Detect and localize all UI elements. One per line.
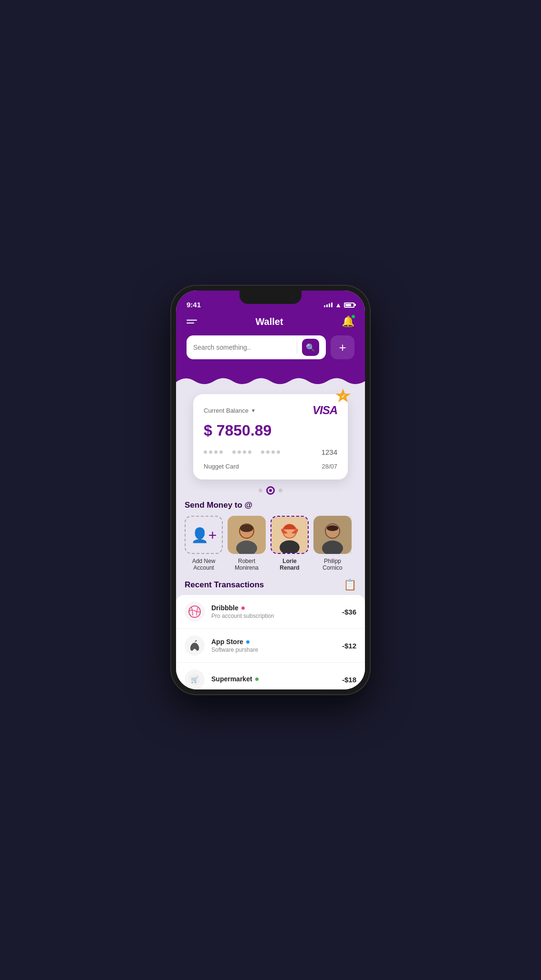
dot-group-2	[232, 450, 251, 454]
transactions-title: Recent Transactions	[185, 580, 264, 590]
card-indicator-1[interactable]	[259, 489, 262, 492]
contact-robert[interactable]: RobertMonirena	[228, 516, 266, 571]
card-number-dots: 1234	[204, 448, 337, 456]
phone-screen: 9:41 ▲ Wallet 🔔	[176, 291, 365, 689]
appstore-name: App Store	[211, 638, 335, 646]
status-time: 9:41	[187, 301, 201, 309]
philipp-avatar	[313, 516, 352, 554]
add-contact-box: 👤+	[185, 516, 223, 554]
balance-label: Current Balance ▼	[204, 407, 256, 414]
supermarket-amount: -$18	[342, 676, 356, 684]
search-bar[interactable]: 🔍	[187, 335, 326, 359]
main-content: ✓ Current Balance ▼ VISA $ 7850.89	[176, 389, 365, 689]
dribbble-amount: -$36	[342, 608, 356, 616]
add-button[interactable]: +	[331, 335, 354, 359]
lorie-name: LorieRenard	[280, 558, 299, 571]
card-name: Nugget Card	[204, 463, 239, 470]
add-account-label: Add New Account	[192, 558, 216, 571]
card-indicator-3[interactable]	[279, 489, 282, 492]
app-header: Wallet 🔔	[176, 312, 365, 335]
card-expiry: 28/07	[322, 463, 337, 470]
appstore-icon	[185, 636, 205, 656]
plus-icon: +	[339, 340, 346, 355]
credit-card[interactable]: ✓ Current Balance ▼ VISA $ 7850.89	[193, 394, 348, 480]
dribbble-status-dot	[241, 606, 245, 610]
search-input[interactable]	[193, 344, 292, 351]
dribbble-icon	[185, 602, 205, 622]
notch	[239, 291, 302, 304]
supermarket-info: Supermarket	[211, 675, 335, 684]
supermarket-status-dot	[255, 678, 259, 681]
card-header: Current Balance ▼ VISA	[204, 404, 337, 417]
page-title: Wallet	[255, 316, 283, 327]
contact-philipp[interactable]: PhilippCornico	[313, 516, 352, 571]
robert-name: RobertMonirena	[235, 558, 259, 571]
appstore-desc: Software purshare	[211, 646, 335, 653]
menu-button[interactable]	[187, 320, 197, 323]
search-button[interactable]: 🔍	[302, 339, 319, 356]
dribbble-name: Dribbble	[211, 604, 335, 612]
card-indicators	[176, 486, 365, 495]
verified-badge-container: ✓	[334, 389, 352, 407]
verified-badge-icon: ✓	[334, 389, 352, 405]
visa-logo: VISA	[312, 404, 337, 417]
wave-divider	[176, 373, 365, 389]
balance-amount: $ 7850.89	[204, 422, 337, 439]
card-last-four: 1234	[322, 448, 337, 456]
send-money-title: Send Money to @	[176, 499, 365, 516]
supermarket-name: Supermarket	[211, 675, 335, 683]
card-indicator-2[interactable]	[266, 486, 275, 495]
phone-frame: 9:41 ▲ Wallet 🔔	[170, 285, 371, 695]
transactions-header: Recent Transactions 📋	[176, 571, 365, 595]
dribbble-info: Dribbble Pro account subscription	[211, 604, 335, 619]
cards-wrapper: ✓ Current Balance ▼ VISA $ 7850.89	[193, 394, 348, 480]
lorie-avatar	[270, 516, 309, 554]
menu-line-1	[187, 320, 197, 321]
appstore-info: App Store Software purshare	[211, 638, 335, 653]
svg-text:✓: ✓	[341, 393, 345, 399]
menu-line-2	[187, 323, 194, 323]
dot-group-1	[204, 450, 223, 454]
transaction-dribbble[interactable]: Dribbble Pro account subscription -$36	[176, 595, 365, 629]
status-icons: ▲	[324, 301, 354, 309]
appstore-amount: -$12	[342, 642, 356, 650]
appstore-status-dot	[246, 640, 250, 644]
contacts-row: 👤+ Add New Account	[176, 516, 365, 571]
dribbble-desc: Pro account subscription	[211, 613, 335, 619]
philipp-name: PhilippCornico	[323, 558, 342, 571]
svg-text:🛒: 🛒	[191, 676, 199, 684]
add-contact-icon: 👤+	[191, 527, 217, 543]
calendar-icon[interactable]: 📋	[343, 579, 356, 591]
battery-icon	[344, 302, 354, 308]
search-divider	[297, 342, 297, 353]
wifi-icon: ▲	[335, 301, 342, 309]
chevron-down-icon: ▼	[251, 408, 256, 413]
svg-point-15	[327, 525, 338, 531]
supermarket-icon: 🛒	[185, 669, 205, 689]
signal-icon	[324, 302, 333, 307]
notifications-button[interactable]: 🔔	[342, 315, 354, 328]
transaction-appstore[interactable]: App Store Software purshare -$12	[176, 629, 365, 663]
svg-point-6	[240, 524, 253, 532]
transaction-list: Dribbble Pro account subscription -$36	[176, 595, 365, 689]
search-icon: 🔍	[306, 343, 315, 352]
card-footer: Nugget Card 28/07	[204, 463, 337, 470]
dot-group-3	[261, 450, 280, 454]
notification-badge	[351, 314, 355, 319]
search-section: 🔍 +	[176, 335, 365, 373]
robert-avatar	[228, 516, 266, 554]
contact-lorie[interactable]: LorieRenard	[270, 516, 309, 571]
add-new-account-item[interactable]: 👤+ Add New Account	[185, 516, 223, 571]
card-section: ✓ Current Balance ▼ VISA $ 7850.89	[176, 394, 365, 480]
transaction-supermarket[interactable]: 🛒 Supermarket -$18	[176, 663, 365, 689]
